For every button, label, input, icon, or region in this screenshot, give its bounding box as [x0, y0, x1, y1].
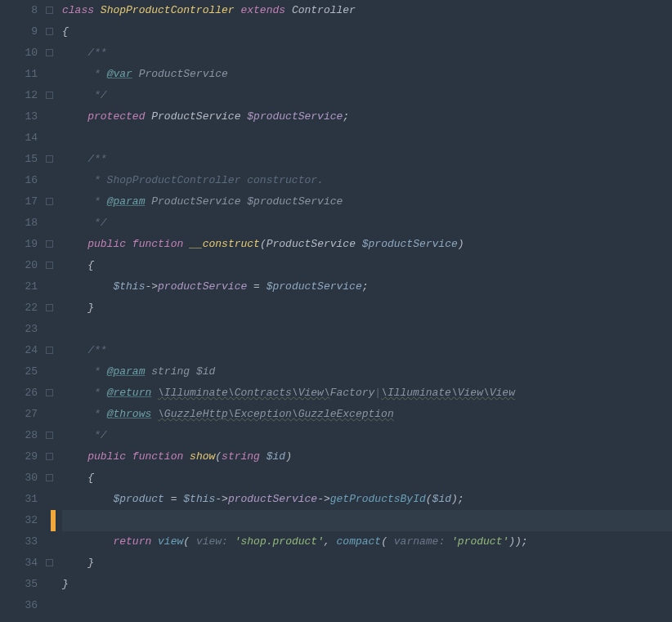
- code-line[interactable]: public function __construct(ProductServi…: [62, 234, 672, 255]
- fold-toggle-icon[interactable]: [46, 559, 53, 566]
- line-number: 28: [0, 425, 38, 446]
- line-number: 25: [0, 361, 38, 383]
- line-number: 14: [0, 128, 38, 149]
- cursor-line-indicator: [51, 510, 56, 531]
- code-line[interactable]: [62, 319, 672, 340]
- code-line[interactable]: */: [62, 213, 672, 234]
- line-number: 20: [0, 255, 38, 276]
- code-line[interactable]: class ShopProductController extends Cont…: [62, 0, 672, 21]
- line-number: 31: [0, 489, 38, 510]
- fold-toggle-icon[interactable]: [46, 155, 53, 163]
- code-line[interactable]: */: [62, 425, 672, 446]
- fold-toggle-icon[interactable]: [46, 474, 53, 481]
- fold-toggle-icon[interactable]: [46, 240, 53, 248]
- line-number: 21: [0, 276, 38, 298]
- fold-toggle-icon[interactable]: [46, 7, 53, 14]
- line-number: 12: [0, 85, 38, 106]
- line-number: 8: [0, 0, 38, 21]
- code-area[interactable]: class ShopProductController extends Cont…: [56, 0, 672, 622]
- fold-toggle-icon[interactable]: [46, 262, 53, 269]
- line-number-gutter: 8910111213141516171819202122232425262728…: [0, 0, 44, 622]
- code-line[interactable]: }: [62, 298, 672, 319]
- line-number: 13: [0, 106, 38, 128]
- line-number: 30: [0, 468, 38, 489]
- line-number: 17: [0, 191, 38, 213]
- code-line[interactable]: $this->productService = $productService;: [62, 276, 672, 298]
- line-number: 19: [0, 234, 38, 255]
- line-number: 34: [0, 553, 38, 574]
- fold-toggle-icon[interactable]: [46, 347, 53, 354]
- code-line[interactable]: $product = $this->productService->getPro…: [62, 489, 672, 510]
- line-number: 26: [0, 383, 38, 404]
- code-editor[interactable]: 8910111213141516171819202122232425262728…: [0, 0, 672, 622]
- line-number: 29: [0, 446, 38, 468]
- line-number: 9: [0, 21, 38, 43]
- fold-toggle-icon[interactable]: [46, 92, 53, 99]
- line-number: 16: [0, 170, 38, 191]
- fold-toggle-icon[interactable]: [46, 389, 53, 396]
- code-line[interactable]: */: [62, 85, 672, 106]
- code-line[interactable]: {: [62, 21, 672, 43]
- fold-toggle-icon[interactable]: [46, 198, 53, 205]
- fold-toggle-icon[interactable]: [46, 432, 53, 439]
- code-line[interactable]: * @param ProductService $productService: [62, 191, 672, 213]
- code-line[interactable]: }: [62, 553, 672, 574]
- code-line[interactable]: [62, 128, 672, 149]
- code-line[interactable]: }: [62, 574, 672, 595]
- code-line[interactable]: * ShopProductController constructor.: [62, 170, 672, 191]
- code-line[interactable]: /**: [62, 149, 672, 170]
- code-line[interactable]: /**: [62, 43, 672, 64]
- line-number: 18: [0, 213, 38, 234]
- code-line[interactable]: /**: [62, 340, 672, 361]
- line-number: 32: [0, 510, 38, 531]
- line-number: 36: [0, 595, 38, 616]
- fold-toggle-icon[interactable]: [46, 49, 53, 56]
- code-line[interactable]: public function show(string $id): [62, 446, 672, 468]
- code-line[interactable]: return view( view: 'shop.product', compa…: [62, 531, 672, 553]
- code-line[interactable]: [62, 510, 672, 531]
- code-line[interactable]: [62, 595, 672, 616]
- fold-toggle-icon[interactable]: [46, 28, 53, 35]
- code-line[interactable]: {: [62, 468, 672, 489]
- code-line[interactable]: * @return \Illuminate\Contracts\View\Fac…: [62, 383, 672, 404]
- code-line[interactable]: * @throws \GuzzleHttp\Exception\GuzzleEx…: [62, 404, 672, 425]
- code-line[interactable]: protected ProductService $productService…: [62, 106, 672, 128]
- code-line[interactable]: * @var ProductService: [62, 64, 672, 85]
- code-line[interactable]: {: [62, 255, 672, 276]
- line-number: 15: [0, 149, 38, 170]
- line-number: 10: [0, 43, 38, 64]
- line-number: 23: [0, 319, 38, 340]
- line-number: 33: [0, 531, 38, 553]
- line-number: 11: [0, 64, 38, 85]
- line-number: 24: [0, 340, 38, 361]
- fold-toggle-icon[interactable]: [46, 304, 53, 311]
- line-number: 27: [0, 404, 38, 425]
- line-number: 35: [0, 574, 38, 595]
- code-line[interactable]: * @param string $id: [62, 361, 672, 383]
- line-number: 22: [0, 298, 38, 319]
- fold-toggle-icon[interactable]: [46, 453, 53, 460]
